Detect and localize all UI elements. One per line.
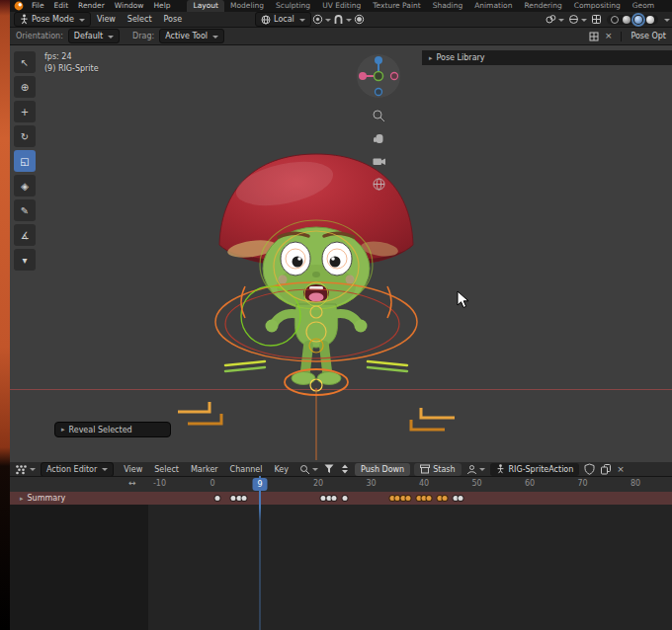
fake-user-button[interactable] xyxy=(584,463,595,475)
snap-button[interactable] xyxy=(333,14,352,25)
keyframe[interactable] xyxy=(389,496,394,501)
app-menu-item[interactable]: Edit xyxy=(49,0,74,12)
workspace-tab[interactable]: Animation xyxy=(468,0,518,12)
orientation-dropdown[interactable]: Default xyxy=(68,29,120,43)
xray-button[interactable] xyxy=(591,14,602,25)
workspace-tab[interactable]: Shading xyxy=(427,0,468,12)
blender-logo-icon[interactable] xyxy=(14,1,24,11)
push-down-button[interactable]: Push Down xyxy=(355,463,410,476)
keyframe[interactable] xyxy=(459,496,463,501)
unlink-action-icon[interactable]: × xyxy=(617,465,625,474)
gizmo-y-axis[interactable] xyxy=(375,72,383,81)
search-button[interactable] xyxy=(299,464,318,475)
character-sprite-rig[interactable] xyxy=(168,138,464,462)
dope-menu-item[interactable]: Select xyxy=(148,465,185,474)
scroll-handle-icon[interactable]: ↔ xyxy=(128,478,136,488)
new-action-button[interactable] xyxy=(601,464,612,475)
workspace-tab[interactable]: Sculpting xyxy=(270,0,316,12)
channel-region[interactable] xyxy=(10,505,148,630)
gizmo-x-axis[interactable] xyxy=(359,72,367,80)
keyframe[interactable] xyxy=(326,496,331,501)
show-gizmo-button[interactable] xyxy=(546,14,564,25)
transform-tool[interactable]: ◈ xyxy=(14,175,36,197)
keyframe[interactable] xyxy=(438,496,443,501)
shading-material-button[interactable] xyxy=(634,16,642,24)
drag-dropdown[interactable]: Active Tool xyxy=(159,29,224,43)
viewport-menu-item[interactable]: Select xyxy=(122,15,158,24)
pose-library-panel-header[interactable]: ▸ Pose Library xyxy=(422,50,672,65)
filter-button[interactable] xyxy=(324,464,334,474)
gizmo-z-axis-neg[interactable] xyxy=(376,89,382,96)
camera-view-icon[interactable] xyxy=(372,154,386,169)
navigation-gizmo[interactable] xyxy=(356,53,401,99)
keyframe[interactable] xyxy=(405,496,410,501)
viewport-3d[interactable]: ↖⊕+↻◱◈✎∡▾ fps: 24 (9) RIG-Sprite ▸ xyxy=(10,45,672,462)
measure-tool[interactable]: ∡ xyxy=(14,224,36,246)
rotate-tool[interactable]: ↻ xyxy=(14,125,36,147)
workspace-tab[interactable]: UV Editing xyxy=(316,0,367,12)
sort-button[interactable] xyxy=(340,464,350,474)
cursor-tool[interactable]: ⊕ xyxy=(14,76,36,98)
pivot-point-button[interactable] xyxy=(312,14,331,25)
mode-dropdown[interactable]: Pose Mode xyxy=(14,12,91,27)
viewport-menu-item[interactable]: View xyxy=(91,15,122,24)
operator-panel-reveal-selected[interactable]: ▸ Reveal Selected xyxy=(54,422,171,437)
workspace-tab[interactable]: Modeling xyxy=(224,0,270,12)
gizmo-z-axis[interactable] xyxy=(375,56,382,64)
shading-solid-button[interactable] xyxy=(623,16,630,24)
more-tools[interactable]: ▾ xyxy=(14,249,36,271)
workspace-tab[interactable]: Geom xyxy=(627,0,660,12)
shading-rendered-button[interactable] xyxy=(646,16,654,24)
perspective-ortho-icon[interactable] xyxy=(372,177,386,192)
keyframe[interactable] xyxy=(332,496,337,501)
app-menu-item[interactable]: Help xyxy=(148,0,175,12)
pose-options-label[interactable]: Pose Opt xyxy=(630,32,666,40)
app-menu-item[interactable]: Render xyxy=(73,0,110,12)
keyframe[interactable] xyxy=(236,496,241,501)
app-menu-item[interactable]: File xyxy=(27,0,49,12)
keyframe[interactable] xyxy=(215,496,220,501)
close-icon[interactable]: × xyxy=(605,32,613,40)
workspace-tab[interactable]: Texture Paint xyxy=(367,0,426,12)
shading-options-chevron[interactable] xyxy=(664,19,670,25)
dope-menu-item[interactable]: View xyxy=(118,465,148,474)
dope-menu-item[interactable]: Key xyxy=(268,465,294,474)
scale-tool[interactable]: ◱ xyxy=(14,150,36,172)
keyframe[interactable] xyxy=(231,496,236,501)
playhead-line[interactable] xyxy=(259,476,261,630)
viewport-menu-item[interactable]: Pose xyxy=(158,15,189,24)
app-menu-item[interactable]: Window xyxy=(110,0,149,12)
move-tool[interactable]: + xyxy=(14,101,36,122)
keyframe[interactable] xyxy=(342,496,347,501)
keyframe[interactable] xyxy=(242,496,247,501)
annotate-tool[interactable]: ✎ xyxy=(14,199,36,221)
keyframe[interactable] xyxy=(422,496,427,501)
keyframe[interactable] xyxy=(395,496,400,501)
workspace-tab[interactable]: Rendering xyxy=(518,0,567,12)
editor-mode-dropdown[interactable]: Action Editor xyxy=(41,462,114,477)
keyframe[interactable] xyxy=(400,496,405,501)
editor-type-button[interactable] xyxy=(15,464,36,475)
workspace-tab[interactable]: Compositing xyxy=(568,0,627,12)
transform-orientation-dropdown[interactable]: Local xyxy=(255,12,311,27)
timeline-ruler[interactable]: ↔ -10020304050607080 9 xyxy=(10,477,672,493)
show-overlays-button[interactable] xyxy=(568,14,587,25)
workspace-tab[interactable]: Layout xyxy=(187,0,224,12)
select-tool[interactable]: ↖ xyxy=(14,51,36,73)
dope-menu-item[interactable]: Marker xyxy=(185,465,224,474)
keyframe[interactable] xyxy=(454,496,459,501)
keyframe[interactable] xyxy=(443,496,448,501)
browse-action-button[interactable] xyxy=(466,464,485,475)
pan-hand-icon[interactable] xyxy=(372,131,386,146)
stash-button[interactable]: Stash xyxy=(414,463,461,476)
keyframe[interactable] xyxy=(416,496,421,501)
shading-wireframe-button[interactable] xyxy=(611,16,619,24)
proportional-edit-button[interactable] xyxy=(354,14,365,25)
action-name-field[interactable]: RIG-SpriteAction xyxy=(490,463,580,476)
playhead[interactable]: 9 xyxy=(253,478,268,491)
gizmo-x-axis-neg[interactable] xyxy=(391,73,398,80)
zoom-icon[interactable] xyxy=(372,109,386,123)
dope-menu-item[interactable]: Channel xyxy=(224,465,269,474)
keyframe[interactable] xyxy=(321,496,326,501)
keyframe[interactable] xyxy=(427,496,432,501)
